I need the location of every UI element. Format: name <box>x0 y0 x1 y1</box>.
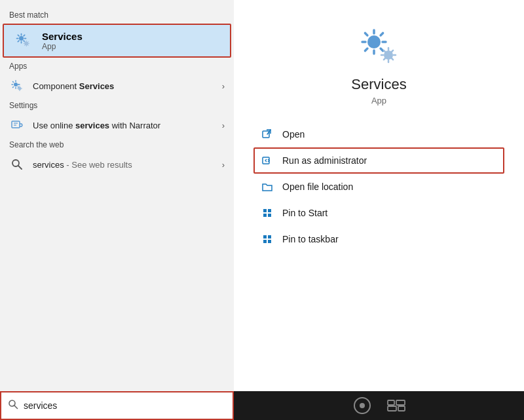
search-box-container[interactable] <box>0 391 234 420</box>
pin-to-start-label: Pin to Start <box>282 208 328 218</box>
pin-to-taskbar-icon <box>260 232 274 246</box>
run-as-admin-icon <box>260 153 274 168</box>
taskbar <box>0 391 524 420</box>
action-list: Open Run as administrator <box>253 121 504 252</box>
open-icon <box>260 127 274 142</box>
web-section-label: Search the web <box>0 138 234 152</box>
detail-title: Services <box>253 76 504 93</box>
svg-rect-19 <box>268 235 271 239</box>
task-view-button[interactable] <box>387 400 405 411</box>
best-match-services[interactable]: Services App <box>3 24 231 58</box>
best-match-text: Services App <box>42 31 83 51</box>
action-run-as-admin[interactable]: Run as administrator <box>253 147 504 174</box>
settings-section-label: Settings <box>0 98 234 113</box>
component-services-icon <box>9 78 25 94</box>
svg-rect-27 <box>396 400 405 405</box>
search-results-panel: Best match Services App Apps <box>0 0 234 391</box>
action-pin-to-taskbar[interactable]: Pin to taskbar <box>253 226 504 252</box>
web-search-icon <box>9 157 25 172</box>
web-search-label: services - See web results <box>33 160 222 170</box>
svg-rect-29 <box>398 406 405 411</box>
svg-rect-17 <box>268 214 271 217</box>
taskbar-search-input[interactable] <box>24 400 226 411</box>
svg-rect-16 <box>263 214 267 217</box>
narrator-services-item[interactable]: Use online services with Narrator › <box>0 113 234 138</box>
svg-rect-26 <box>388 400 394 405</box>
services-app-icon <box>13 30 34 51</box>
svg-rect-15 <box>268 209 271 212</box>
component-services-label: Component Services <box>33 81 222 91</box>
search-icon <box>8 399 18 412</box>
svg-rect-4 <box>12 121 20 128</box>
action-pin-to-start[interactable]: Pin to Start <box>253 200 504 226</box>
detail-panel: Services App Open <box>234 0 524 391</box>
svg-point-2 <box>14 83 18 86</box>
svg-rect-18 <box>263 235 267 239</box>
best-match-label: Best match <box>0 8 234 22</box>
detail-icon-area <box>253 26 504 68</box>
web-search-item[interactable]: services - See web results › <box>0 152 234 177</box>
apps-section-label: Apps <box>0 59 234 73</box>
svg-point-25 <box>360 403 365 408</box>
open-label: Open <box>282 129 305 140</box>
svg-point-0 <box>19 36 24 41</box>
cortana-button[interactable] <box>353 396 371 415</box>
open-file-location-icon <box>260 180 274 194</box>
best-match-subtitle: App <box>42 42 83 51</box>
svg-rect-28 <box>388 406 396 411</box>
narrator-settings-label: Use online services with Narrator <box>33 121 222 130</box>
component-services-chevron: › <box>222 81 225 91</box>
narrator-chevron: › <box>222 121 225 130</box>
svg-rect-13 <box>263 157 269 164</box>
open-file-location-label: Open file location <box>282 181 353 192</box>
component-services-item[interactable]: Component Services › <box>0 73 234 98</box>
pin-to-taskbar-label: Pin to taskbar <box>282 234 339 244</box>
svg-rect-20 <box>263 240 267 243</box>
svg-rect-21 <box>268 240 271 243</box>
best-match-title: Services <box>42 31 83 42</box>
svg-line-8 <box>18 166 22 169</box>
svg-line-23 <box>14 406 18 409</box>
pin-to-start-icon <box>260 206 274 220</box>
taskbar-right <box>234 391 524 420</box>
run-as-admin-label: Run as administrator <box>282 155 367 166</box>
action-open[interactable]: Open <box>253 121 504 147</box>
svg-rect-14 <box>263 209 267 212</box>
detail-subtitle: App <box>253 96 504 105</box>
web-search-chevron: › <box>222 160 225 170</box>
action-open-file-location[interactable]: Open file location <box>253 174 504 200</box>
narrator-icon <box>9 117 25 133</box>
svg-point-9 <box>367 35 381 48</box>
svg-rect-11 <box>263 131 269 138</box>
